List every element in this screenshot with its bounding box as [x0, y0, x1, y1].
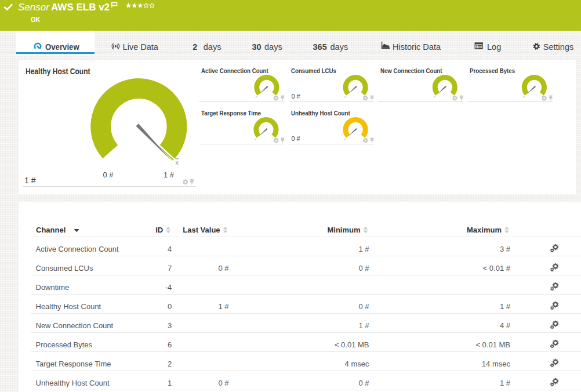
svg-text:x: x	[176, 159, 179, 166]
